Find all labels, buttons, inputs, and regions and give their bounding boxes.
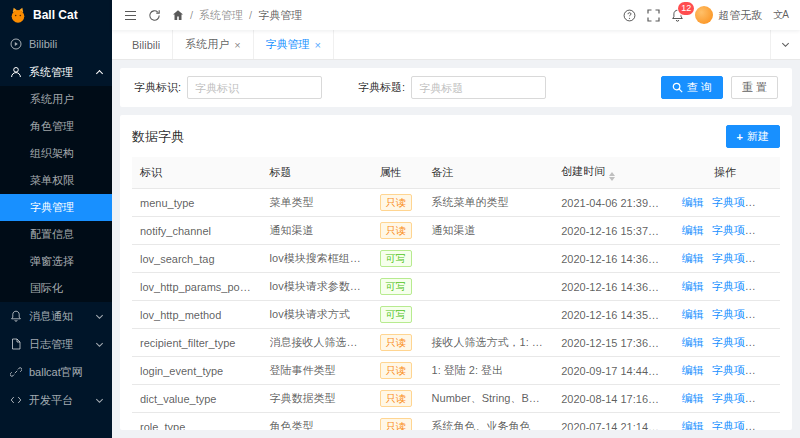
reload-icon[interactable] bbox=[148, 9, 161, 22]
cell-remark bbox=[424, 273, 554, 301]
cell-attr: 可写 bbox=[372, 301, 424, 329]
action-edit[interactable]: 编辑 bbox=[682, 252, 704, 264]
sidebar-subitem[interactable]: 组织架构 bbox=[0, 140, 112, 167]
cell-attr: 只读 bbox=[372, 413, 424, 431]
sidebar-subitem[interactable]: 弹窗选择 bbox=[0, 248, 112, 275]
action-delete[interactable]: 删除 bbox=[753, 392, 775, 404]
cell-title: 登陆事件类型 bbox=[262, 357, 372, 385]
attr-tag: 可写 bbox=[380, 278, 412, 295]
sidebar-subitem[interactable]: 配置信息 bbox=[0, 221, 112, 248]
breadcrumb: / 系统管理 / 字典管理 bbox=[172, 8, 302, 23]
tab-item[interactable]: Bilibili bbox=[120, 30, 173, 59]
dict-code-input[interactable] bbox=[187, 76, 322, 99]
action-dict-items[interactable]: 字典项 bbox=[712, 280, 745, 292]
notification-badge: 12 bbox=[678, 2, 694, 15]
sidebar-subitem[interactable]: 系统用户 bbox=[0, 86, 112, 113]
cell-created: 2020-07-14 21:14:45 bbox=[553, 413, 670, 431]
sidebar-item-bilibili[interactable]: Bilibili bbox=[0, 30, 112, 58]
menu-fold-icon[interactable] bbox=[124, 9, 137, 22]
table-row: notify_channel通知渠道只读通知渠道2020-12-16 15:37… bbox=[132, 217, 780, 245]
tab-options-button[interactable] bbox=[770, 30, 800, 59]
column-label: 标识 bbox=[140, 166, 162, 178]
sidebar-subitem[interactable]: 国际化 bbox=[0, 275, 112, 302]
action-edit[interactable]: 编辑 bbox=[682, 308, 704, 320]
search-actions: 查 询 重 置 bbox=[661, 76, 778, 99]
action-delete[interactable]: 删除 bbox=[753, 420, 775, 430]
action-edit[interactable]: 编辑 bbox=[682, 196, 704, 208]
sidebar-item-ballcat-site[interactable]: ballcat官网 bbox=[0, 358, 112, 386]
cell-code: lov_http_params_position bbox=[132, 273, 262, 301]
dict-title-input[interactable] bbox=[411, 76, 546, 99]
cat-logo-icon bbox=[9, 6, 27, 24]
action-dict-items[interactable]: 字典项 bbox=[712, 392, 745, 404]
cell-title: 通知渠道 bbox=[262, 217, 372, 245]
help-icon[interactable] bbox=[623, 9, 636, 22]
action-dict-items[interactable]: 字典项 bbox=[712, 196, 745, 208]
cell-title: lov模块请求方式 bbox=[262, 301, 372, 329]
action-delete[interactable]: 删除 bbox=[753, 280, 775, 292]
cell-actions: 编辑字典项删除 bbox=[670, 413, 780, 431]
attr-tag: 只读 bbox=[380, 194, 412, 211]
file-icon bbox=[10, 338, 22, 350]
action-delete[interactable]: 删除 bbox=[753, 336, 775, 348]
sidebar-subitem[interactable]: 字典管理 bbox=[0, 194, 112, 221]
sidebar-item-label: 日志管理 bbox=[29, 337, 90, 352]
brand[interactable]: Ball Cat bbox=[0, 0, 112, 30]
action-delete[interactable]: 删除 bbox=[753, 224, 775, 236]
sidebar-item-logs[interactable]: 日志管理 bbox=[0, 330, 112, 358]
action-dict-items[interactable]: 字典项 bbox=[712, 308, 745, 320]
action-delete[interactable]: 删除 bbox=[753, 196, 775, 208]
reset-button[interactable]: 重 置 bbox=[731, 76, 778, 99]
cell-actions: 编辑字典项删除 bbox=[670, 357, 780, 385]
cell-actions: 编辑字典项删除 bbox=[670, 273, 780, 301]
sidebar-item-notifications[interactable]: 消息通知 bbox=[0, 302, 112, 330]
action-edit[interactable]: 编辑 bbox=[682, 420, 704, 430]
table-header-row: 标识 标题 属性 备注 创建时间 操作 bbox=[132, 157, 780, 189]
reset-button-label: 重 置 bbox=[742, 80, 767, 95]
attr-tag: 只读 bbox=[380, 418, 412, 430]
fullscreen-icon[interactable] bbox=[647, 9, 660, 22]
home-icon[interactable] bbox=[172, 9, 184, 21]
tab-item[interactable]: 系统用户× bbox=[173, 30, 253, 59]
action-edit[interactable]: 编辑 bbox=[682, 224, 704, 236]
action-delete[interactable]: 删除 bbox=[753, 364, 775, 376]
chevron-down-icon bbox=[96, 395, 103, 402]
tab-item[interactable]: 字典管理× bbox=[254, 30, 334, 59]
tab-list: Bilibili系统用户×字典管理× bbox=[120, 30, 334, 59]
action-dict-items[interactable]: 字典项 bbox=[712, 252, 745, 264]
action-delete[interactable]: 删除 bbox=[753, 252, 775, 264]
cell-actions: 编辑字典项删除 bbox=[670, 385, 780, 413]
cell-actions: 编辑字典项删除 bbox=[670, 301, 780, 329]
sort-icon[interactable] bbox=[609, 172, 615, 181]
action-edit[interactable]: 编辑 bbox=[682, 336, 704, 348]
sidebar-item-dev-platform[interactable]: 开发平台 bbox=[0, 386, 112, 414]
action-dict-items[interactable]: 字典项 bbox=[712, 336, 745, 348]
user-menu[interactable]: 超管无敌 bbox=[695, 6, 762, 24]
action-edit[interactable]: 编辑 bbox=[682, 392, 704, 404]
notifications-bell-icon[interactable]: 12 bbox=[671, 9, 684, 22]
action-dict-items[interactable]: 字典项 bbox=[712, 420, 745, 430]
tab-close-icon[interactable]: × bbox=[234, 39, 240, 51]
action-dict-items[interactable]: 字典项 bbox=[712, 364, 745, 376]
col-actions: 操作 bbox=[670, 157, 780, 189]
breadcrumb-item-system[interactable]: 系统管理 bbox=[199, 8, 243, 23]
col-created[interactable]: 创建时间 bbox=[553, 157, 670, 189]
cell-attr: 只读 bbox=[372, 385, 424, 413]
action-dict-items[interactable]: 字典项 bbox=[712, 224, 745, 236]
translate-icon[interactable]: 文A bbox=[773, 8, 788, 22]
cell-remark: Number、String、Boolean bbox=[424, 385, 554, 413]
column-label: 标题 bbox=[270, 166, 292, 178]
sidebar-subitem[interactable]: 菜单权限 bbox=[0, 167, 112, 194]
query-button[interactable]: 查 询 bbox=[661, 76, 723, 99]
app-root: Ball Cat Bilibili 系统管理 系统用户角色管理组织架构菜单权限字… bbox=[0, 0, 800, 438]
action-edit[interactable]: 编辑 bbox=[682, 364, 704, 376]
create-button[interactable]: + 新建 bbox=[726, 125, 780, 148]
sidebar-subitem[interactable]: 角色管理 bbox=[0, 113, 112, 140]
action-delete[interactable]: 删除 bbox=[753, 308, 775, 320]
sidebar-item-system-management[interactable]: 系统管理 bbox=[0, 58, 112, 86]
col-attr: 属性 bbox=[372, 157, 424, 189]
tab-close-icon[interactable]: × bbox=[315, 39, 321, 51]
attr-tag: 只读 bbox=[380, 222, 412, 239]
breadcrumb-item-dict: 字典管理 bbox=[258, 8, 302, 23]
action-edit[interactable]: 编辑 bbox=[682, 280, 704, 292]
